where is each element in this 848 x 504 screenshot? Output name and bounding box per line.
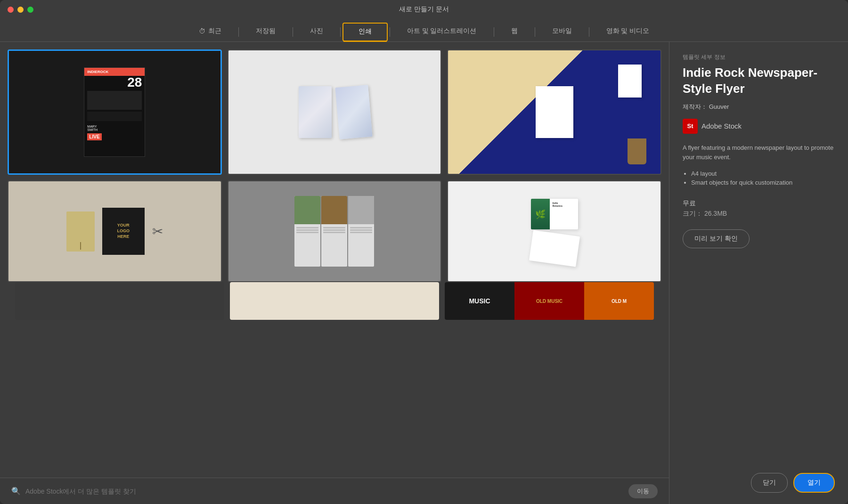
author-prefix: 제작자：: [683, 103, 707, 110]
window-title: 새로 만들기 문서: [399, 5, 449, 14]
size-value: 26.3MB: [704, 210, 727, 217]
flamingo-cards: 🌿 IndieBotanica: [531, 199, 578, 264]
st-icon: St: [683, 119, 698, 134]
preview-button[interactable]: 미리 보기 확인: [683, 229, 750, 248]
nav-divider: [238, 27, 239, 37]
nav-divider-2: [293, 27, 293, 37]
partial-item-3[interactable]: MUSIC OLD MUSIC OLD M: [445, 282, 654, 320]
card-preview-retail: YOURLOGOHERE ✂: [8, 181, 221, 281]
feature-1: A4 layout: [691, 170, 835, 177]
scissors-icon: ✂: [152, 224, 163, 239]
nav-divider-7: [589, 27, 589, 37]
panel-price: 무료: [683, 199, 835, 208]
panel-meta-label: 템플릿 세부 정보: [683, 53, 835, 61]
titlebar: 새로 만들기 문서: [0, 0, 848, 19]
app-window: 새로 만들기 문서 ⏱ 최근 저장됨 사진 인쇄 아트 및 일러스트레이션 웹 …: [0, 0, 848, 504]
panel-author: 제작자： Guuver: [683, 103, 835, 111]
tab-mobile[interactable]: 모바일: [537, 23, 587, 41]
card-footer-stationery: Stationery Branding Scene Mock... 무료: [448, 174, 660, 175]
maximize-button[interactable]: [27, 7, 33, 13]
card-footer-indie-rock: Indie Rock Newspaper-Style Flyer 무료: [9, 173, 220, 175]
panel-features: A4 layout Smart objects for quick custom…: [683, 170, 835, 188]
flamingo-card-back: [529, 230, 580, 267]
panel-size: 크기： 26.3MB: [683, 210, 835, 218]
card-footer-marbled: Marbled Business Card 무료: [228, 174, 441, 175]
tab-film[interactable]: 영화 및 비디오: [591, 23, 665, 41]
retail-bag: [66, 211, 95, 252]
template-card-marbled[interactable]: Marbled Business Card 무료: [228, 49, 442, 175]
adobe-stock-label: Adobe Stock: [701, 122, 742, 130]
tab-print[interactable]: 인쇄: [342, 23, 388, 41]
card-preview-marbled: [228, 50, 441, 174]
trifold-panel-1: [294, 196, 320, 267]
stationery-card: [618, 65, 642, 98]
indie-rock-thumbnail: INDIEROCK 28 MARYSMITH LIVE: [84, 67, 145, 157]
clock-icon: ⏱: [199, 27, 205, 35]
nav-divider-6: [535, 27, 535, 37]
adobe-stock-badge: St Adobe Stock: [683, 119, 835, 134]
tab-photo[interactable]: 사진: [295, 23, 338, 41]
template-card-stationery[interactable]: Stationery Branding Scene Mock... 무료: [447, 49, 661, 175]
nav-tabs: ⏱ 최근 저장됨 사진 인쇄 아트 및 일러스트레이션 웹 모바일 영화 및 비…: [0, 19, 848, 42]
template-card-retail[interactable]: YOURLOGOHERE ✂ Retail Branding Scene Moc…: [8, 180, 222, 282]
nav-divider-3: [340, 27, 341, 37]
author-name: Guuver: [709, 103, 729, 110]
partial-item-1[interactable]: [15, 282, 224, 320]
window-controls: [8, 7, 33, 13]
music-partial-3: OLD M: [584, 282, 654, 320]
music-partial-2: OLD MUSIC: [514, 282, 584, 320]
main-content: INDIEROCK 28 MARYSMITH LIVE: [0, 42, 848, 504]
flamingo-card-front: 🌿 IndieBotanica: [531, 199, 578, 229]
open-button[interactable]: 열기: [793, 473, 835, 493]
template-grid: INDIEROCK 28 MARYSMITH LIVE: [8, 49, 661, 282]
panel-actions: 닫기 열기: [683, 473, 835, 493]
size-label: 크기：: [683, 210, 702, 217]
search-bar: 🔍 이동: [0, 478, 669, 504]
nav-divider-5: [494, 27, 494, 37]
feature-2: Smart objects for quick customization: [691, 179, 835, 186]
tab-saved[interactable]: 저장됨: [241, 23, 291, 41]
search-input[interactable]: [25, 488, 623, 495]
tab-web[interactable]: 웹: [496, 23, 533, 41]
marbled-card-2: [335, 85, 372, 139]
stationery-cup: [628, 138, 646, 164]
card-preview-trifold: [228, 181, 441, 281]
stationery-letter: [536, 86, 573, 138]
template-card-indie-rock[interactable]: INDIEROCK 28 MARYSMITH LIVE: [8, 49, 222, 175]
card-preview-flamingo: 🌿 IndieBotanica: [448, 181, 660, 281]
retail-mockup: YOURLOGOHERE ✂: [66, 208, 163, 255]
nav-divider-4: [390, 27, 390, 37]
card-preview-stationery: [448, 50, 660, 174]
cancel-button[interactable]: 닫기: [751, 473, 788, 493]
grid-area: INDIEROCK 28 MARYSMITH LIVE: [0, 42, 669, 504]
right-panel: 템플릿 세부 정보 Indie Rock Newspaper-Style Fly…: [669, 42, 848, 504]
minimize-button[interactable]: [17, 7, 24, 13]
template-card-trifold[interactable]: Tri-Fold Brochure 무료: [228, 180, 442, 282]
tab-recent[interactable]: ⏱ 최근: [184, 23, 236, 41]
panel-title: Indie Rock Newspaper-Style Flyer: [683, 65, 835, 97]
trifold-panel-3: [348, 196, 374, 267]
template-grid-scroll[interactable]: INDIEROCK 28 MARYSMITH LIVE: [0, 42, 669, 478]
tab-art[interactable]: 아트 및 일러스트레이션: [392, 23, 492, 41]
search-input-wrap: 🔍: [11, 487, 623, 496]
retail-tshirt: YOURLOGOHERE: [102, 208, 145, 255]
partial-item-2[interactable]: [230, 282, 439, 320]
marbled-card-1: [299, 86, 332, 138]
close-button[interactable]: [8, 7, 14, 13]
bottom-partial-row: MUSIC OLD MUSIC OLD M: [8, 282, 661, 325]
search-go-button[interactable]: 이동: [628, 484, 658, 498]
search-icon: 🔍: [11, 487, 21, 496]
music-partial-1: MUSIC: [445, 282, 514, 320]
panel-description: A flyer featuring a modern newspaper lay…: [683, 143, 835, 163]
trifold-panel-2: [321, 196, 347, 267]
card-preview-indie-rock: INDIEROCK 28 MARYSMITH LIVE: [9, 51, 220, 173]
template-card-flamingo[interactable]: 🌿 IndieBotanica Flamingo Business: [447, 180, 661, 282]
